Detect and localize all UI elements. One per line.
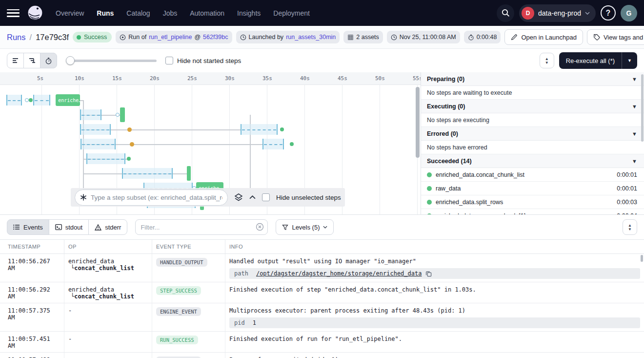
col-event-type: EVENT TYPE — [152, 240, 225, 253]
clear-filter-icon[interactable] — [256, 223, 264, 231]
gantt-materialization-dot[interactable] — [130, 142, 134, 147]
tab-events[interactable]: Events — [7, 219, 49, 235]
section-header-errored[interactable]: Errored (0)▼ — [421, 127, 644, 141]
gantt-waiting-bar[interactable] — [33, 95, 50, 105]
hide-not-started-checkbox[interactable] — [165, 57, 173, 64]
gantt-scrollbar-thumb[interactable] — [416, 87, 420, 158]
log-tabs: Eventsstdoutstderr — [7, 219, 127, 235]
gantt-success-dot[interactable] — [280, 127, 284, 131]
gantt-timed-mode-button[interactable] — [40, 53, 57, 68]
trigger-link[interactable]: run_assets_30min — [286, 34, 336, 41]
gantt-waterfall-mode-button[interactable] — [23, 53, 40, 68]
succeeded-step-row[interactable]: enriched_data.split_rows0:00:03 — [421, 195, 644, 209]
tag-run-of[interactable]: Run of run_etl_pipeline @ 562f39bc — [116, 31, 232, 43]
event-log-row[interactable]: 11:00:57.451 AM-RUN_SUCCESSFinished exec… — [0, 332, 644, 353]
tag-launched-by[interactable]: Launched by run_assets_30min — [236, 31, 340, 43]
gantt-success-bar[interactable] — [120, 107, 125, 122]
gantt-waiting-bar[interactable] — [80, 124, 111, 135]
gantt-pending-dot[interactable] — [25, 98, 29, 102]
gantt-success-bar[interactable] — [187, 166, 191, 181]
nav-item-overview[interactable]: Overview — [56, 9, 84, 17]
timer-icon — [468, 34, 474, 41]
tab-stdout[interactable]: stdout — [49, 219, 89, 235]
gantt-success-dot[interactable] — [290, 142, 294, 146]
zoom-slider-handle[interactable] — [66, 56, 75, 65]
open-in-launchpad-button[interactable]: Open in Launchpad — [504, 29, 583, 45]
nav-item-deployment[interactable]: Deployment — [273, 9, 310, 17]
section-header-preparing[interactable]: Preparing (0)▼ — [421, 72, 644, 86]
nav-item-automation[interactable]: Automation — [190, 9, 224, 17]
event-type-cell: ENGINE_EVENT — [152, 303, 225, 331]
hide-unselected-checkbox[interactable] — [262, 193, 270, 201]
gantt-waiting-bar[interactable] — [122, 168, 173, 179]
collapse-overlay-button[interactable] — [249, 195, 256, 199]
zoom-slider[interactable] — [66, 56, 157, 65]
gantt-waiting-bar[interactable] — [241, 124, 277, 135]
dagster-logo[interactable] — [26, 4, 44, 22]
col-timestamp: TIMESTAMP — [0, 240, 64, 253]
gantt-scrollbar[interactable] — [416, 87, 420, 212]
steps-panel-scrollbar-thumb[interactable] — [641, 74, 644, 142]
nav-item-catalog[interactable]: Catalog — [126, 9, 150, 17]
nav-item-runs[interactable]: Runs — [97, 9, 114, 17]
section-header-executing[interactable]: Executing (0)▼ — [421, 100, 644, 113]
gantt-flat-mode-button[interactable] — [7, 53, 24, 68]
tag-assets[interactable]: 2 assets — [343, 31, 383, 43]
succeeded-step-row[interactable]: enriched_data.concat_chunk_list0:00:01 — [421, 168, 644, 182]
status-badge: Success — [73, 32, 112, 42]
breadcrumb-runs-link[interactable]: Runs — [7, 33, 26, 42]
gantt-waiting-bar[interactable] — [6, 95, 22, 105]
gantt-pending-dot[interactable] — [116, 113, 120, 117]
step-subset-input[interactable] — [75, 190, 228, 206]
event-op: enriched_data└concat_chunk_list — [64, 254, 152, 282]
tag-duration[interactable]: 0:00:48 — [464, 31, 501, 43]
gantt-success-bar-labeled[interactable]: enriche… — [56, 94, 80, 106]
workspace-switcher[interactable]: D data-eng-prod — [519, 4, 596, 22]
step-subset-overlay: Hide unselected steps — [71, 188, 345, 207]
gantt-toolbar: Hide not started steps ▲▼ Re-execute all… — [0, 49, 644, 72]
gantt-materialization-dot[interactable] — [127, 127, 132, 132]
step-name: enriched_data.concat_chunk_list — [436, 171, 524, 178]
gantt-success-dot[interactable] — [29, 98, 33, 102]
section-header-succeeded[interactable]: Succeeded (14)▼ — [421, 154, 644, 168]
pipeline-link[interactable]: run_etl_pipeline — [149, 34, 192, 41]
gantt-success-dot[interactable] — [127, 157, 131, 161]
stopwatch-icon — [45, 57, 52, 64]
nav-item-insights[interactable]: Insights — [237, 9, 261, 17]
event-log-row[interactable]: 11:00:56.267 AMenriched_data└concat_chun… — [0, 254, 644, 282]
gantt-chart[interactable]: 5s10s15s20s25s30s35s40s45s50s55s enriche… — [0, 72, 421, 214]
levels-dropdown[interactable]: Levels (5) — [276, 219, 334, 235]
log-filter-input[interactable] — [135, 219, 268, 235]
layers-icon-button[interactable] — [234, 193, 243, 202]
event-log-row[interactable]: 11:00:57.375 AM-ENGINE_EVENTMultiprocess… — [0, 303, 644, 332]
nav-items: OverviewRunsCatalogJobsAutomationInsight… — [56, 9, 310, 17]
succeeded-step-row[interactable]: raw_data0:00:01 — [421, 182, 644, 195]
event-log-row[interactable]: 11:00:57.489 AM-ENGINE_EVENTProcess for … — [0, 353, 644, 358]
log-sort-button[interactable]: ▲▼ — [623, 219, 637, 235]
nav-item-jobs[interactable]: Jobs — [163, 9, 178, 17]
pencil-icon — [511, 34, 518, 41]
gantt-waiting-bar[interactable] — [80, 109, 102, 120]
menu-icon[interactable] — [7, 8, 20, 18]
view-tags-config-button[interactable]: View tags and config — [587, 29, 644, 45]
user-avatar[interactable]: G — [621, 5, 637, 21]
hide-unselected-label: Hide unselected steps — [276, 194, 341, 201]
tab-stderr[interactable]: stderr — [88, 219, 127, 235]
tag-datetime[interactable]: Nov 25, 11:00:08 AM — [387, 31, 460, 43]
event-log-row[interactable]: 11:00:56.292 AMenriched_data└concat_chun… — [0, 282, 644, 303]
search-button[interactable] — [497, 4, 514, 22]
help-button[interactable]: ? — [601, 5, 616, 21]
gantt-waiting-bar[interactable] — [262, 139, 284, 149]
succeeded-step-row[interactable]: enriched_data.process_chunk [1]0:00:04 — [421, 209, 644, 214]
event-log-scrollbar-thumb[interactable] — [641, 255, 643, 262]
reexecute-caret[interactable]: ▼ — [622, 52, 637, 69]
metadata-path-link[interactable]: /opt/dagster/dagster_home/storage/enrich… — [256, 270, 422, 277]
reexecute-all-button[interactable]: Re-execute all (*) ▼ — [559, 52, 637, 69]
event-metadata-row: path/opt/dagster/dagster_home/storage/en… — [229, 268, 640, 279]
search-icon — [502, 9, 510, 17]
gantt-waiting-bar[interactable] — [80, 139, 116, 149]
gantt-waiting-bar[interactable] — [86, 153, 125, 164]
copy-icon[interactable] — [425, 271, 432, 277]
commit-link[interactable]: 562f39bc — [203, 34, 228, 41]
expand-collapse-button[interactable]: ▲▼ — [540, 53, 554, 68]
